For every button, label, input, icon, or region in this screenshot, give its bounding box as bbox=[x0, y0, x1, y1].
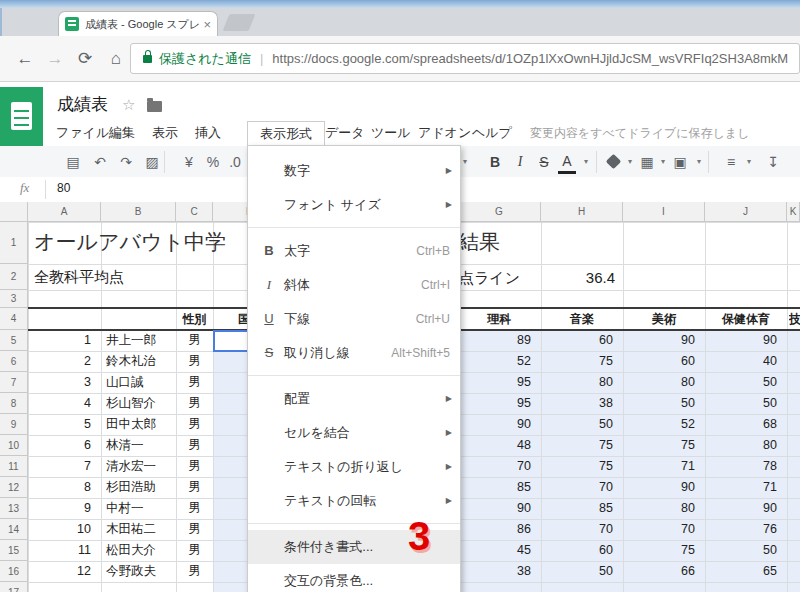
cell-score-row9-colG[interactable]: 90 bbox=[458, 414, 531, 435]
menu-item-5[interactable]: U下線Ctrl+U bbox=[248, 302, 460, 336]
cell-score-row16-colI[interactable]: 66 bbox=[623, 561, 695, 582]
cell-score-row7-colJ[interactable]: 50 bbox=[705, 372, 777, 393]
cell-score-row11-colG[interactable]: 70 bbox=[458, 456, 531, 477]
cell-score-row13-colG[interactable]: 90 bbox=[458, 498, 531, 519]
cell-score-row7-colI[interactable]: 80 bbox=[623, 372, 695, 393]
cell-no-row5[interactable]: 1 bbox=[28, 330, 91, 351]
browser-tab[interactable]: 成績表 - Google スプレッ × bbox=[58, 11, 218, 36]
row-header-16[interactable]: 16 bbox=[0, 561, 28, 582]
cell-score-row5-colG[interactable]: 89 bbox=[458, 330, 531, 351]
cell-no-row13[interactable]: 9 bbox=[28, 498, 91, 519]
cell-a1-title[interactable]: オールアバウト中学 bbox=[34, 228, 226, 256]
cell-score-row6-colI[interactable]: 60 bbox=[623, 351, 695, 372]
cell-score-row16-colG[interactable]: 38 bbox=[458, 561, 531, 582]
cell-no-row6[interactable]: 2 bbox=[28, 351, 91, 372]
cell-score-row16-colJ[interactable]: 65 bbox=[705, 561, 777, 582]
print-icon[interactable]: ▤ bbox=[60, 150, 86, 174]
cell-sex-row11[interactable]: 男 bbox=[176, 456, 213, 477]
menu-item-9[interactable]: セルを結合▶ bbox=[248, 416, 460, 450]
cell-score-row11-colJ[interactable]: 78 bbox=[705, 456, 777, 477]
menu-item-1[interactable]: フォント サイズ▶ bbox=[248, 188, 460, 222]
cell-score-row8-colJ[interactable]: 50 bbox=[705, 393, 777, 414]
row-header-17[interactable]: 17 bbox=[0, 582, 28, 592]
cell-no-row9[interactable]: 5 bbox=[28, 414, 91, 435]
cell-name-row10[interactable]: 林清一 bbox=[106, 435, 144, 456]
row-header-7[interactable]: 7 bbox=[0, 372, 28, 393]
cell-name-row8[interactable]: 杉山智介 bbox=[106, 393, 156, 414]
more-dropdown-icon[interactable]: ▾ bbox=[460, 150, 470, 174]
tab-close-icon[interactable]: × bbox=[203, 17, 211, 32]
cell-score-row7-colH[interactable]: 80 bbox=[541, 372, 613, 393]
menu-item-0[interactable]: 数字▶ bbox=[248, 154, 460, 188]
cell-name-row14[interactable]: 木田祐二 bbox=[106, 519, 156, 540]
cell-score-row9-colI[interactable]: 52 bbox=[623, 414, 695, 435]
menu-item-11[interactable]: テキストの回転▶ bbox=[248, 484, 460, 518]
menu-item-14[interactable]: 交互の背景色... bbox=[248, 564, 460, 592]
cell-sex-row13[interactable]: 男 bbox=[176, 498, 213, 519]
grid-corner[interactable] bbox=[0, 202, 28, 222]
cell-score-row12-colG[interactable]: 85 bbox=[458, 477, 531, 498]
row-header-6[interactable]: 6 bbox=[0, 351, 28, 372]
cell-score-row6-colJ[interactable]: 40 bbox=[705, 351, 777, 372]
cell-score-row14-colJ[interactable]: 76 bbox=[705, 519, 777, 540]
cell-no-row11[interactable]: 7 bbox=[28, 456, 91, 477]
menu-item-6[interactable]: S取り消し線Alt+Shift+5 bbox=[248, 336, 460, 370]
cell-score-row6-colG[interactable]: 52 bbox=[458, 351, 531, 372]
cell-name-row13[interactable]: 中村一 bbox=[106, 498, 144, 519]
menu-4[interactable]: 挿入 bbox=[189, 121, 227, 145]
cell-score-row12-colH[interactable]: 70 bbox=[541, 477, 613, 498]
cell-header-I[interactable]: 美術 bbox=[623, 308, 705, 330]
cell-score-row6-colH[interactable]: 75 bbox=[541, 351, 613, 372]
menu-2[interactable]: 編集 bbox=[103, 121, 141, 145]
cell-header-C[interactable]: 性別 bbox=[176, 308, 213, 330]
format-currency-icon[interactable]: ¥ bbox=[176, 150, 202, 174]
cell-score-row14-colI[interactable]: 70 bbox=[623, 519, 695, 540]
menu-9[interactable]: ヘルプ bbox=[466, 121, 518, 145]
cell-score-row15-colI[interactable]: 75 bbox=[623, 540, 695, 561]
menu-5[interactable]: 表示形式 bbox=[247, 121, 325, 147]
row-header-4[interactable]: 4 bbox=[0, 308, 28, 330]
strikethrough-icon[interactable]: S bbox=[531, 150, 557, 174]
cell-score-row14-colG[interactable]: 86 bbox=[458, 519, 531, 540]
row-header-12[interactable]: 12 bbox=[0, 477, 28, 498]
cell-score-row11-colH[interactable]: 75 bbox=[541, 456, 613, 477]
cell-name-row7[interactable]: 山口誠 bbox=[106, 372, 144, 393]
merge-cells-icon[interactable]: ▣ bbox=[667, 150, 693, 174]
column-header-C[interactable]: C bbox=[176, 202, 213, 222]
cell-sex-row6[interactable]: 男 bbox=[176, 351, 213, 372]
cell-h2-value[interactable]: 36.4 bbox=[541, 269, 615, 286]
cell-name-row6[interactable]: 鈴木礼治 bbox=[106, 351, 156, 372]
cell-score-row5-colI[interactable]: 90 bbox=[623, 330, 695, 351]
cell-score-row7-colG[interactable]: 95 bbox=[458, 372, 531, 393]
cell-header-G[interactable]: 理科 bbox=[458, 308, 541, 330]
row-header-10[interactable]: 10 bbox=[0, 435, 28, 456]
menu-6[interactable]: データ bbox=[319, 121, 371, 145]
cell-score-row13-colH[interactable]: 85 bbox=[541, 498, 613, 519]
paint-format-icon[interactable]: ▨ bbox=[139, 150, 165, 174]
cell-name-row5[interactable]: 井上一郎 bbox=[106, 330, 156, 351]
cell-score-row8-colH[interactable]: 38 bbox=[541, 393, 613, 414]
column-header-A[interactable]: A bbox=[28, 202, 101, 222]
sheets-logo-icon[interactable] bbox=[0, 87, 43, 146]
cell-sex-row7[interactable]: 男 bbox=[176, 372, 213, 393]
row-header-9[interactable]: 9 bbox=[0, 414, 28, 435]
cell-sex-row8[interactable]: 男 bbox=[176, 393, 213, 414]
cell-a2[interactable]: 全教科平均点 bbox=[34, 268, 124, 287]
address-bar[interactable]: 保護された通信 | https://docs.google.com/spread… bbox=[130, 43, 800, 74]
row-header-8[interactable]: 8 bbox=[0, 393, 28, 414]
cell-score-row15-colG[interactable]: 45 bbox=[458, 540, 531, 561]
row-header-14[interactable]: 14 bbox=[0, 519, 28, 540]
cell-score-row16-colH[interactable]: 50 bbox=[541, 561, 613, 582]
folder-icon[interactable] bbox=[147, 101, 162, 112]
cell-no-row8[interactable]: 4 bbox=[28, 393, 91, 414]
cell-sex-row12[interactable]: 男 bbox=[176, 477, 213, 498]
column-header-G[interactable]: G bbox=[458, 202, 541, 222]
cell-no-row15[interactable]: 11 bbox=[28, 540, 91, 561]
cell-no-row14[interactable]: 10 bbox=[28, 519, 91, 540]
column-header-B[interactable]: B bbox=[101, 202, 176, 222]
cell-no-row10[interactable]: 6 bbox=[28, 435, 91, 456]
cell-sex-row15[interactable]: 男 bbox=[176, 540, 213, 561]
text-color-icon[interactable]: A bbox=[558, 152, 576, 174]
column-header-H[interactable]: H bbox=[541, 202, 623, 222]
cell-score-row10-colJ[interactable]: 80 bbox=[705, 435, 777, 456]
